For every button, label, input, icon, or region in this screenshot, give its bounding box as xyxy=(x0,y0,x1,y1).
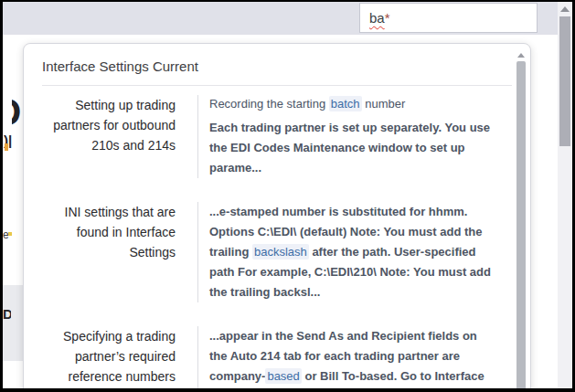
window-scrollbar-thumb[interactable] xyxy=(559,16,570,146)
misspelled-term: ba xyxy=(369,10,385,26)
background-accent-fragment xyxy=(8,232,12,236)
app-screen: D )| e D ba* Interface Settings Current … xyxy=(3,2,572,388)
results-list: Setting up trading partners for outbound… xyxy=(42,86,495,388)
result-body: ...e-stamped number is substituted for h… xyxy=(197,202,495,302)
background-text-fragment: D xyxy=(12,92,23,132)
search-result-row[interactable]: Setting up trading partners for outbound… xyxy=(42,86,495,187)
background-accent-fragment xyxy=(5,143,8,151)
panel-scrollbar[interactable] xyxy=(516,44,526,388)
result-topic-title: INI settings that are found in Interface… xyxy=(42,202,197,302)
scroll-up-icon[interactable] xyxy=(517,53,525,58)
background-section-fragment xyxy=(3,285,23,361)
result-body: Recording the starting batch number Each… xyxy=(197,95,495,178)
result-topic-title: Setting up trading partners for outbound… xyxy=(42,95,197,178)
window-frame: D )| e D ba* Interface Settings Current … xyxy=(0,0,575,392)
result-topic-title: Specifying a trading partner’s required … xyxy=(42,326,197,388)
background-text-fragment: D xyxy=(3,306,11,323)
search-input[interactable]: ba* xyxy=(359,3,538,33)
window-scrollbar[interactable] xyxy=(558,2,572,388)
wildcard-character: * xyxy=(385,10,390,26)
scroll-up-icon[interactable] xyxy=(560,6,570,12)
search-result-row[interactable]: Specifying a trading partner’s required … xyxy=(42,317,495,388)
result-snippet: Each trading partner is set up separatel… xyxy=(209,118,495,178)
search-text: ba* xyxy=(369,10,390,26)
result-snippet: ...e-stamped number is substituted for h… xyxy=(209,202,495,302)
results-group-title: Interface Settings Current xyxy=(42,58,512,74)
search-results-panel: Interface Settings Current Setting up tr… xyxy=(23,43,531,388)
result-body: ...appear in the Send As and Recipient f… xyxy=(197,326,495,388)
panel-scrollbar-thumb[interactable] xyxy=(516,61,526,388)
result-subtopic-link[interactable]: Recording the starting batch number xyxy=(209,95,495,113)
result-snippet: ...appear in the Send As and Recipient f… xyxy=(209,326,495,388)
search-result-row[interactable]: INI settings that are found in Interface… xyxy=(42,193,495,312)
